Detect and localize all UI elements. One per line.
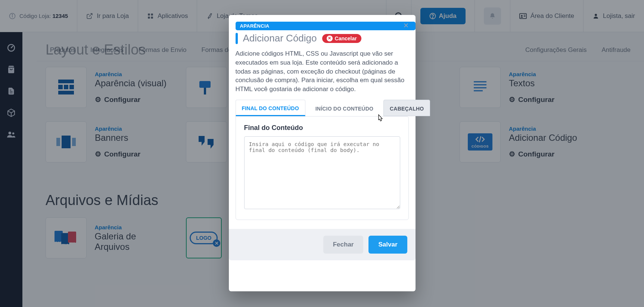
modal-close-button[interactable]: × — [403, 20, 408, 31]
tab-header[interactable]: CABEÇALHO — [383, 100, 430, 116]
modal-title: Adicionar Código — [243, 32, 317, 44]
accent-bar — [236, 33, 238, 44]
tab-end-content[interactable]: FINAL DO CONTEÚDO — [236, 100, 305, 116]
tab-start-content[interactable]: INÍCIO DO CONTEÚDO — [309, 100, 380, 116]
code-panel: Final do Conteúdo — [236, 116, 409, 220]
cancel-button[interactable]: ✕ Cancelar — [322, 34, 361, 43]
code-textarea[interactable] — [244, 136, 400, 209]
modal-description: Adicione códigos HTML, CSS ou Javascript… — [229, 49, 416, 100]
modal-footer-save-button[interactable]: Salvar — [368, 236, 407, 254]
modal-footer-close-button[interactable]: Fechar — [323, 236, 364, 254]
modal-tabs: FINAL DO CONTEÚDO INÍCIO DO CONTEÚDO CAB… — [229, 100, 416, 116]
modal-category-badge: APARÊNCIA — [236, 22, 416, 30]
add-code-modal: APARÊNCIA × Adicionar Código ✕ Cancelar … — [229, 15, 416, 291]
cancel-icon: ✕ — [327, 35, 333, 41]
panel-label: Final do Conteúdo — [244, 124, 400, 132]
cancel-label: Cancelar — [335, 35, 357, 41]
modal-overlay: APARÊNCIA × Adicionar Código ✕ Cancelar … — [0, 0, 644, 307]
